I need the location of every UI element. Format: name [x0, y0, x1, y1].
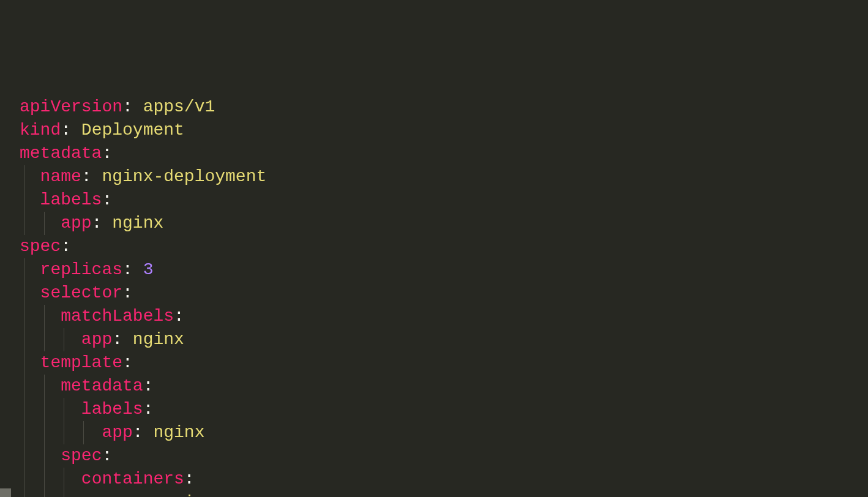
code-line[interactable]: - name: nginx — [0, 491, 868, 497]
token-punct: : — [143, 493, 164, 497]
token-punct: : — [92, 214, 113, 233]
token-str: Deployment — [81, 121, 184, 140]
indent-guide — [24, 421, 25, 444]
token-str: apps/v1 — [143, 97, 215, 116]
token-punct: : — [184, 469, 195, 488]
line-content: replicas: 3 — [20, 260, 153, 279]
token-key: labels — [81, 400, 143, 419]
code-line[interactable]: matchLabels: — [0, 305, 868, 328]
code-line[interactable]: labels: — [0, 398, 868, 421]
indent-guide — [44, 491, 45, 497]
code-line[interactable]: metadata: — [0, 375, 868, 398]
token-punct: : — [122, 97, 143, 116]
code-line[interactable]: spec: — [0, 444, 868, 468]
token-key: app — [61, 214, 91, 233]
token-key: apiVersion — [20, 97, 122, 116]
line-content: labels: — [20, 400, 153, 419]
code-line[interactable]: containers: — [0, 468, 868, 491]
indent-guide — [24, 305, 25, 328]
indent-guide — [24, 444, 25, 468]
token-punct: : — [102, 144, 112, 163]
indent-guide — [64, 491, 64, 497]
indent-guide — [24, 328, 25, 351]
cursor-block — [0, 488, 11, 497]
token-punct: : — [122, 283, 133, 302]
code-line[interactable]: kind: Deployment — [0, 119, 868, 142]
token-key: containers — [81, 469, 184, 488]
code-line[interactable]: metadata: — [0, 142, 868, 165]
token-key: kind — [20, 121, 61, 140]
indent-guide — [24, 212, 25, 235]
indent-guide — [24, 258, 25, 282]
code-line[interactable]: labels: — [0, 189, 868, 212]
line-content: labels: — [20, 190, 112, 209]
line-content: metadata: — [20, 376, 153, 395]
token-punct: : — [61, 121, 81, 140]
token-punct: : — [122, 353, 133, 372]
line-content: metadata: — [20, 144, 112, 163]
token-str: nginx-deployment — [102, 167, 266, 186]
code-editor[interactable]: apiVersion: apps/v1kind: Deploymentmetad… — [0, 95, 868, 497]
token-key: app — [102, 423, 132, 442]
token-num: 3 — [143, 260, 154, 279]
token-punct: : — [81, 167, 102, 186]
code-line[interactable]: app: nginx — [0, 328, 868, 351]
code-line[interactable]: app: nginx — [0, 212, 868, 235]
line-content: name: nginx-deployment — [20, 167, 266, 186]
line-content: kind: Deployment — [20, 121, 184, 140]
code-line[interactable]: app: nginx — [0, 421, 868, 444]
code-line[interactable]: selector: — [0, 282, 868, 305]
token-key: name — [102, 493, 143, 497]
line-content: selector: — [20, 283, 133, 302]
indent-guide — [83, 421, 84, 444]
token-str: nginx — [133, 330, 184, 349]
indent-guide — [24, 491, 25, 497]
indent-guide — [64, 421, 64, 444]
token-punct: : — [133, 423, 154, 442]
line-content: spec: — [20, 446, 112, 465]
token-str: nginx — [112, 214, 163, 233]
code-line[interactable]: spec: — [0, 235, 868, 258]
token-key: spec — [20, 237, 61, 256]
token-key: matchLabels — [61, 307, 174, 326]
token-punct: : — [174, 307, 184, 326]
token-key: metadata — [61, 376, 143, 395]
token-key: template — [40, 353, 122, 372]
code-line[interactable]: name: nginx-deployment — [0, 165, 868, 189]
line-content: app: nginx — [20, 423, 204, 442]
token-punct: : — [122, 260, 143, 279]
line-content: spec: — [20, 237, 71, 256]
token-key: app — [81, 330, 112, 349]
indent-guide — [44, 305, 45, 328]
code-line[interactable]: apiVersion: apps/v1 — [0, 95, 868, 119]
indent-guide — [44, 328, 45, 351]
indent-guide — [24, 468, 25, 491]
code-line[interactable]: replicas: 3 — [0, 258, 868, 282]
code-line[interactable]: template: — [0, 351, 868, 375]
token-punct: : — [143, 400, 154, 419]
indent-guide — [44, 421, 45, 444]
indent-guide — [24, 189, 25, 212]
token-dash: - — [81, 493, 102, 497]
token-key: metadata — [20, 144, 102, 163]
indent-guide — [24, 398, 25, 421]
indent-guide — [64, 468, 64, 491]
indent-guide — [24, 375, 25, 398]
token-key: replicas — [40, 260, 122, 279]
indent-guide — [44, 444, 45, 468]
line-content: containers: — [20, 469, 195, 488]
indent-guide — [44, 468, 45, 491]
token-str: nginx — [153, 423, 204, 442]
token-key: selector — [40, 283, 122, 302]
token-punct: : — [112, 330, 133, 349]
indent-guide — [44, 212, 45, 235]
token-punct: : — [143, 376, 154, 395]
indent-guide — [64, 328, 64, 351]
indent-guide — [24, 282, 25, 305]
indent-guide — [24, 165, 25, 189]
line-content: template: — [20, 353, 133, 372]
indent-guide — [44, 375, 45, 398]
line-content: apiVersion: apps/v1 — [20, 97, 215, 116]
indent-guide — [24, 351, 25, 375]
token-punct: : — [61, 237, 71, 256]
